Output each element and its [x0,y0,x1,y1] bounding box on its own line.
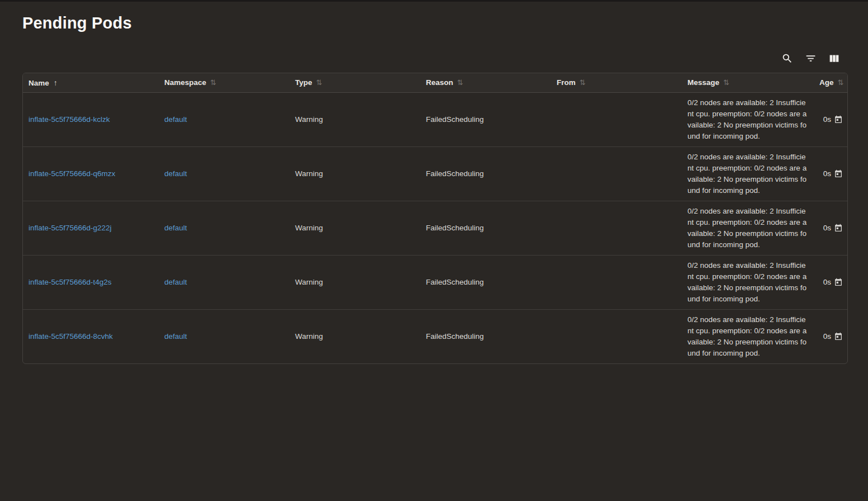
namespace-link[interactable]: default [164,278,187,286]
event-reason: FailedScheduling [426,169,484,178]
event-message: 0/2 nodes are available: 2 Insufficient … [687,206,808,250]
namespace-link[interactable]: default [164,224,187,232]
event-reason: FailedScheduling [426,278,484,286]
sort-both-icon[interactable]: ⇅ [210,78,216,87]
event-message: 0/2 nodes are available: 2 Insufficient … [687,97,808,142]
event-type: Warning [295,332,323,341]
table-toolbar [0,51,840,65]
namespace-link[interactable]: default [164,332,187,341]
sort-both-icon[interactable]: ⇅ [838,78,844,87]
columns-icon[interactable] [828,52,840,64]
sort-both-icon[interactable]: ⇅ [457,78,463,87]
event-age: 0s [823,332,831,341]
event-reason: FailedScheduling [426,115,484,124]
event-age: 0s [823,169,831,178]
event-age: 0s [823,278,831,286]
calendar-icon [834,278,843,287]
page-title: Pending Pods [22,14,868,32]
pending-pods-table: Name↑ Namespace⇅ Type⇅ Reason⇅ From⇅ Mes… [22,73,848,364]
search-icon[interactable] [781,52,793,64]
column-header-namespace[interactable]: Namespace⇅ [159,73,290,92]
event-reason: FailedScheduling [426,332,484,341]
pod-name-link[interactable]: inflate-5c5f75666d-g222j [29,224,112,232]
filter-icon[interactable] [804,52,817,64]
table-row[interactable]: inflate-5c5f75666d-kclzk default Warning… [23,92,848,146]
event-age: 0s [823,115,831,124]
table-row[interactable]: inflate-5c5f75666d-g222j default Warning… [23,201,848,255]
event-type: Warning [295,169,323,178]
event-message: 0/2 nodes are available: 2 Insufficient … [687,314,808,359]
pod-name-link[interactable]: inflate-5c5f75666d-t4g2s [29,278,112,286]
sort-both-icon[interactable]: ⇅ [723,78,729,87]
event-type: Warning [295,115,323,124]
namespace-link[interactable]: default [164,115,187,124]
event-type: Warning [295,224,323,232]
column-header-name[interactable]: Name↑ [23,73,159,92]
pod-name-link[interactable]: inflate-5c5f75666d-8cvhk [29,332,113,341]
column-header-from[interactable]: From⇅ [551,73,682,92]
event-age: 0s [823,224,831,232]
column-header-type[interactable]: Type⇅ [290,73,420,92]
namespace-link[interactable]: default [164,169,187,178]
column-header-reason[interactable]: Reason⇅ [420,73,551,92]
calendar-icon [834,224,843,233]
event-reason: FailedScheduling [426,224,484,232]
event-message: 0/2 nodes are available: 2 Insufficient … [687,260,808,305]
event-message: 0/2 nodes are available: 2 Insufficient … [687,152,808,196]
table-row[interactable]: inflate-5c5f75666d-q6mzx default Warning… [23,146,848,201]
column-header-age[interactable]: Age⇅ [814,73,848,92]
sort-both-icon[interactable]: ⇅ [316,78,322,87]
event-type: Warning [295,278,323,286]
calendar-icon [834,115,843,124]
pod-name-link[interactable]: inflate-5c5f75666d-q6mzx [29,169,115,178]
sort-both-icon[interactable]: ⇅ [580,78,586,87]
table-row[interactable]: inflate-5c5f75666d-t4g2s default Warning… [23,255,848,309]
top-border-strip [0,0,868,2]
table-header-row: Name↑ Namespace⇅ Type⇅ Reason⇅ From⇅ Mes… [23,73,848,92]
table-row[interactable]: inflate-5c5f75666d-8cvhk default Warning… [23,309,848,363]
calendar-icon [834,332,843,341]
pod-name-link[interactable]: inflate-5c5f75666d-kclzk [29,115,110,124]
calendar-icon [834,169,843,178]
sort-ascending-icon[interactable]: ↑ [54,78,58,87]
column-header-message[interactable]: Message⇅ [682,73,814,92]
